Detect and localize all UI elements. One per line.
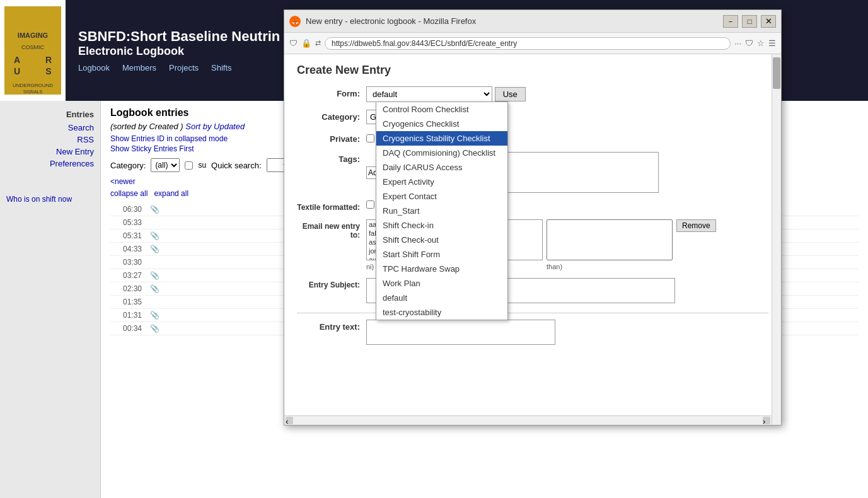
category-filter-label: Category:	[110, 161, 146, 170]
dropdown-item-daily-icarus[interactable]: Daily ICARUS Access	[376, 160, 507, 175]
sidebar-preferences: Preferences	[0, 158, 100, 170]
form-type-select[interactable]: default	[366, 86, 492, 102]
textile-field-label: Textile formatted:	[297, 200, 360, 212]
form-dropdown[interactable]: Control Room Checklist Cryogenics Checkl…	[376, 101, 508, 320]
email-hint2: than)	[547, 263, 562, 270]
dropdown-item-control-room-checklist[interactable]: Control Room Checklist	[376, 102, 507, 117]
attachment-icon: 📎	[148, 245, 161, 253]
sync-icon: ⇄	[315, 39, 321, 47]
shield-icon: 🛡	[289, 38, 298, 48]
attachment-icon: 📎	[148, 311, 161, 320]
vertical-scrollbar[interactable]	[772, 54, 781, 425]
sorted-text: (sorted by Created )	[110, 122, 183, 131]
svg-text:A: A	[14, 55, 20, 65]
sidebar-newentry: New Entry	[0, 146, 100, 158]
form-row-category: Category:	[297, 110, 768, 124]
remove-button[interactable]: Remove	[676, 219, 716, 232]
browser-window: 🦊 New entry - electronic logbook - Mozil…	[284, 9, 782, 426]
browser-toolbar-icons: ··· 🛡 ☆ ☰	[734, 38, 776, 48]
form-divider	[297, 313, 768, 313]
use-button[interactable]: Use	[495, 87, 526, 101]
category-filter-select[interactable]: (all)	[151, 158, 180, 172]
dropdown-item-run-start[interactable]: Run_Start	[376, 204, 507, 218]
form-field-label: Form:	[297, 86, 360, 98]
entry-time: 01:31	[110, 311, 148, 320]
tags-textarea[interactable]	[482, 152, 659, 193]
scroll-thumb[interactable]	[773, 57, 780, 89]
entry-time: 05:33	[110, 218, 148, 227]
textile-checkbox[interactable]	[366, 200, 374, 209]
nav-members[interactable]: Members	[122, 63, 156, 72]
dropdown-item-daq-checklist[interactable]: DAQ (Commisioning) Checklist	[376, 146, 507, 160]
sidebar-shift-link: Who is on shift now	[0, 188, 100, 210]
horizontal-scrollbar[interactable]: ‹ ›	[284, 415, 772, 425]
email-field-label: Email new entry to:	[297, 219, 360, 240]
newer-link[interactable]: <newer	[110, 177, 136, 186]
dropdown-item-shift-checkout[interactable]: Shift Check-out	[376, 233, 507, 247]
hscroll-left[interactable]: ‹	[286, 417, 293, 424]
dropdown-item-cryogenics-stability[interactable]: Cryogenics Stability Checklist	[376, 131, 507, 146]
entry-time: 03:30	[110, 258, 148, 267]
svg-text:IMAGING: IMAGING	[18, 32, 48, 39]
nav-logbook[interactable]: Logbook	[78, 63, 110, 72]
attachment-icon: 📎	[148, 231, 161, 240]
browser-toolbar: 🛡 🔒 ⇄ ··· 🛡 ☆ ☰	[284, 33, 781, 54]
form-row-textile: Textile formatted:	[297, 200, 768, 212]
nav-projects[interactable]: Projects	[169, 63, 199, 72]
svg-text:COSMIC: COSMIC	[21, 44, 45, 50]
entry-time: 00:34	[110, 324, 148, 333]
minimize-button[interactable]: −	[723, 15, 738, 28]
entry-time: 01:35	[110, 298, 148, 306]
form-row-email: Email new entry to: aad fah asa jon aug …	[297, 219, 768, 270]
entry-time: 04:33	[110, 245, 148, 253]
entry-time: 02:30	[110, 284, 148, 293]
su-label: su	[198, 161, 206, 170]
email-list-right[interactable]	[547, 219, 673, 260]
dropdown-item-shift-checkin[interactable]: Shift Check-in	[376, 218, 507, 233]
dropdown-item-expert-contact[interactable]: Expert Contact	[376, 189, 507, 204]
attachment-icon: 📎	[148, 284, 161, 293]
dropdown-item-default[interactable]: default	[376, 291, 507, 305]
svg-text:R: R	[45, 55, 52, 65]
su-checkbox[interactable]	[185, 161, 193, 170]
hscroll-right[interactable]: ›	[763, 417, 770, 424]
lock-icon: 🔒	[301, 38, 311, 48]
entry-textarea[interactable]	[366, 320, 555, 345]
attachment-icon: 📎	[148, 271, 161, 280]
shield2-icon: 🛡	[745, 38, 753, 48]
dropdown-item-tpc-hardware[interactable]: TPC Hardware Swap	[376, 262, 507, 276]
url-bar[interactable]	[325, 37, 731, 50]
private-checkbox[interactable]	[366, 134, 374, 142]
dropdown-item-start-shift[interactable]: Start Shift Form	[376, 247, 507, 262]
more-icon: ···	[734, 38, 741, 48]
dropdown-item-expert-activity[interactable]: Expert Activity	[376, 175, 507, 189]
dropdown-item-work-plan[interactable]: Work Plan	[376, 276, 507, 291]
dropdown-item-cryogenics-checklist[interactable]: Cryogenics Checklist	[376, 117, 507, 131]
form-row-form: Form: default Use	[297, 86, 768, 102]
attachment-icon: 📎	[148, 324, 161, 333]
svg-text:SIGNALS: SIGNALS	[23, 90, 43, 94]
entry-text-field-label: Entry text:	[297, 320, 360, 332]
form-title: Create New Entry	[297, 64, 768, 77]
form-row-tags: Tags: add ->	[297, 152, 768, 193]
svg-text:U: U	[14, 66, 20, 76]
svg-text:S: S	[45, 66, 51, 76]
site-logo: IMAGING COSMIC A R U S UNDERGROUND SIGNA…	[0, 0, 66, 101]
maximize-button[interactable]: □	[742, 15, 757, 28]
close-button[interactable]: ✕	[761, 15, 776, 28]
nav-shifts[interactable]: Shifts	[211, 63, 232, 72]
browser-titlebar: 🦊 New entry - electronic logbook - Mozil…	[284, 10, 781, 33]
sort-updated-link[interactable]: Sort by Updated	[185, 122, 245, 131]
dropdown-item-test-cryostability[interactable]: test-cryostability	[376, 305, 507, 320]
form-row-entrytext: Entry text:	[297, 320, 768, 347]
entry-text-control-wrapper	[366, 320, 768, 347]
sidebar-entries-label: Entries	[0, 107, 100, 122]
subject-field-label: Entry Subject:	[297, 278, 360, 289]
form-row-private: Private: icated users	[297, 132, 768, 144]
sidebar-rss: RSS	[0, 134, 100, 146]
browser-controls: − □ ✕	[723, 15, 776, 28]
tags-field-label: Tags:	[297, 152, 360, 164]
entry-time: 03:27	[110, 271, 148, 280]
collapse-all-link[interactable]: collapse all	[110, 189, 148, 198]
expand-all-link[interactable]: expand all	[154, 189, 188, 198]
